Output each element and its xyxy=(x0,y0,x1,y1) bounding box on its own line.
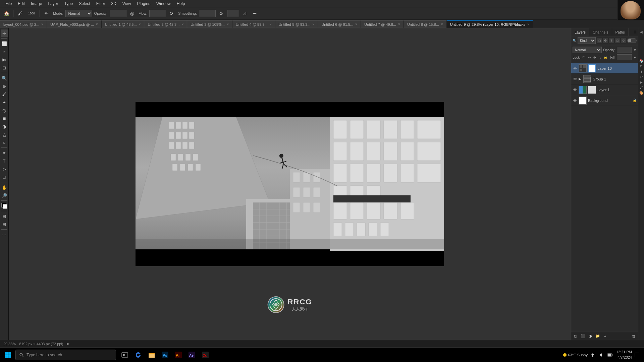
layer-item-group1[interactable]: 👁 ▶ Group 1 xyxy=(571,74,638,84)
menu-select[interactable]: Select xyxy=(76,1,93,7)
tool-home[interactable]: 🏠 xyxy=(2,9,11,18)
tool-shape[interactable]: □ xyxy=(1,173,8,181)
taskbar-explorer[interactable] xyxy=(119,349,131,361)
tool-size-adj[interactable]: 1500 xyxy=(26,9,37,18)
tab-close[interactable]: × xyxy=(139,22,141,26)
tab-uap-flats[interactable]: UAP_Flats_v003.psb @ ... × xyxy=(47,20,102,28)
stylus-toggle[interactable]: ✒ xyxy=(251,9,259,18)
status-more[interactable]: ▶ xyxy=(67,342,69,346)
actions-icon[interactable]: ▶ xyxy=(639,80,644,84)
taskbar-ps[interactable]: Ps xyxy=(159,349,171,361)
add-adjustment-button[interactable]: ◑ xyxy=(587,333,593,339)
tool-brush-tool[interactable]: 🖌 xyxy=(1,90,8,98)
tab-close[interactable]: × xyxy=(441,22,443,26)
tab-close[interactable]: × xyxy=(227,22,229,26)
tool-stamp[interactable]: ✦ xyxy=(1,99,8,106)
layer-visibility[interactable]: 👁 xyxy=(573,66,577,71)
filter-type[interactable]: T xyxy=(609,38,614,43)
tray-battery[interactable] xyxy=(606,351,614,359)
menu-plugins[interactable]: Plugins xyxy=(135,1,153,7)
group-arrow[interactable]: ▶ xyxy=(579,77,581,81)
menu-help[interactable]: Help xyxy=(174,1,188,7)
brush-settings-icon[interactable]: 🖌 xyxy=(639,85,644,90)
delete-layer-button[interactable]: 🗑 xyxy=(631,333,637,339)
tool-eyedropper[interactable]: 🔍 xyxy=(1,74,8,82)
canvas[interactable] xyxy=(136,102,444,266)
layers-blend-mode[interactable]: Normal Multiply Screen Overlay xyxy=(573,47,602,53)
tab-paths[interactable]: Paths xyxy=(612,28,629,36)
tab-untitled7[interactable]: Untitled-7 @ 49.8... × xyxy=(361,20,404,28)
layer-visibility[interactable]: 👁 xyxy=(573,87,577,92)
menu-file[interactable]: File xyxy=(3,1,14,7)
taskbar-search[interactable]: Type here to search xyxy=(15,350,116,360)
tool-zoom[interactable]: 🔎 xyxy=(1,192,8,199)
layers-fill-input[interactable]: 100% xyxy=(617,54,632,60)
menu-type[interactable]: Type xyxy=(61,1,75,7)
lock-transparent[interactable]: ⬚ xyxy=(582,55,586,60)
layer-kind-select[interactable]: Kind Name Effect Mode xyxy=(578,37,596,44)
tool-gradient[interactable]: ◑ xyxy=(1,123,8,130)
menu-edit[interactable]: Edit xyxy=(15,1,28,7)
blend-mode-select[interactable]: Normal Multiply Screen Overlay xyxy=(65,10,92,17)
tab-close[interactable]: × xyxy=(312,22,314,26)
taskbar-clock[interactable]: 12:21 PM 4/7/2024 xyxy=(615,350,632,360)
tool-brush2[interactable]: ✏ xyxy=(42,9,51,18)
tool-quick-mask[interactable]: ⊟ xyxy=(1,213,8,220)
tab-layers[interactable]: Layers xyxy=(571,28,589,36)
tool-brush[interactable]: 🖌 xyxy=(16,9,24,18)
swatches-icon[interactable]: 🎨 xyxy=(639,90,644,95)
tab-untitled5[interactable]: Untitled-5 @ 93.3... × xyxy=(275,20,318,28)
tool-lasso[interactable]: ⌓ xyxy=(1,48,8,55)
canvas-area[interactable]: RRCG 人人素材 xyxy=(9,28,571,340)
tab-untitled8[interactable]: Untitled-8 @ 15.8... × xyxy=(404,20,447,28)
flow-input[interactable]: 100% xyxy=(149,10,166,17)
angle-input[interactable]: 0° xyxy=(227,10,239,17)
layer-item-layer10[interactable]: 👁 Layer 10 xyxy=(571,63,638,74)
menu-3d[interactable]: 3D xyxy=(108,1,119,7)
lock-position[interactable]: ✛ xyxy=(593,55,597,60)
tab-close[interactable]: × xyxy=(355,22,357,26)
tool-marquee[interactable]: ⬜ xyxy=(1,40,8,47)
add-group-button[interactable]: 📁 xyxy=(595,333,601,339)
smoothing-input[interactable]: 0% xyxy=(199,10,216,17)
layer-visibility[interactable]: 👁 xyxy=(573,77,577,81)
tool-hand[interactable]: ✋ xyxy=(1,184,8,191)
menu-view[interactable]: View xyxy=(120,1,134,7)
layer-item-background[interactable]: 👁 Background 🔒 xyxy=(571,95,638,106)
layer-item-layer1[interactable]: 👁 Layer 1 xyxy=(571,84,638,95)
tray-network[interactable] xyxy=(589,351,596,359)
layer-visibility[interactable]: 👁 xyxy=(573,98,577,103)
taskbar-cc[interactable]: Cc xyxy=(199,349,211,361)
background-color[interactable] xyxy=(3,204,7,209)
filter-shape[interactable]: □ xyxy=(615,38,620,43)
history-icon[interactable]: ↩ xyxy=(639,74,644,79)
learn-icon[interactable]: 📚 xyxy=(639,58,644,63)
tool-wand[interactable]: ⋈ xyxy=(1,56,8,63)
tool-eraser[interactable]: ◼ xyxy=(1,115,8,122)
taskbar-ai[interactable]: Ai xyxy=(172,349,184,361)
tool-history[interactable]: ◷ xyxy=(1,107,8,114)
tool-extra[interactable]: ⋯ xyxy=(1,231,8,238)
menu-layer[interactable]: Layer xyxy=(45,1,61,7)
add-mask-button[interactable]: ⬛ xyxy=(580,333,586,339)
tab-untitled4[interactable]: Untitled-4 @ 59.9... × xyxy=(232,20,275,28)
tab-untitled1[interactable]: Untitled-1 @ 48.5... × xyxy=(102,20,145,28)
panel-options[interactable]: ☰ xyxy=(632,30,638,34)
tab-close[interactable]: × xyxy=(41,22,43,26)
tab-untitled2[interactable]: Untitled-2 @ 42.3... × xyxy=(144,20,187,28)
fill-dropdown[interactable]: ▼ xyxy=(633,56,637,59)
tool-blur[interactable]: △ xyxy=(1,131,8,138)
lock-artboard[interactable]: ⤡ xyxy=(598,55,602,60)
pressure-toggle[interactable]: ⊿ xyxy=(240,9,249,18)
lock-all[interactable]: 🔒 xyxy=(603,55,607,60)
tool-screen-mode[interactable]: ⊞ xyxy=(1,221,8,228)
airbrush-toggle[interactable]: ◎ xyxy=(128,9,137,18)
filter-switch[interactable] xyxy=(627,38,637,43)
tab-layout004[interactable]: layout_004.psd @ 2... × xyxy=(0,20,47,28)
tool-move[interactable]: ✛ xyxy=(1,29,8,37)
tool-pen[interactable]: ✒ xyxy=(1,149,8,157)
filter-pixel[interactable]: ◻ xyxy=(597,38,602,43)
menu-image[interactable]: Image xyxy=(28,1,45,7)
layers-opacity-input[interactable]: 100% xyxy=(617,47,632,53)
tab-close[interactable]: × xyxy=(96,22,98,26)
